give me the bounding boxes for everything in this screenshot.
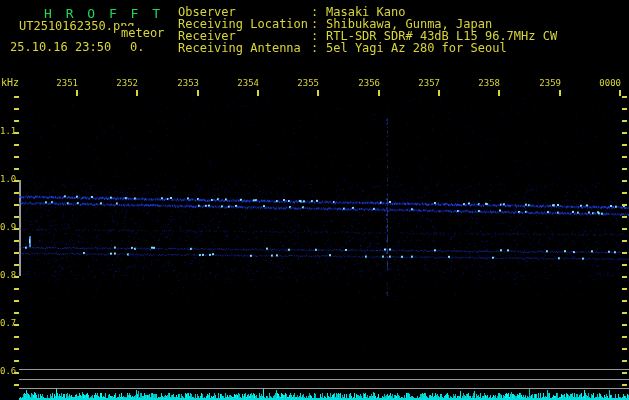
- info-colon: :: [311, 42, 318, 54]
- y-tick-label: 0.9: [0, 222, 13, 233]
- y-tick-label: 1.0: [0, 174, 13, 185]
- y-axis-unit-label: kHz: [1, 77, 19, 88]
- info-value-antenna: 5el Yagi Az 280 for Seoul: [326, 42, 507, 54]
- y-tick-label: 0.6: [0, 366, 13, 377]
- info-label-antenna: Receiving Antenna: [178, 42, 301, 54]
- mode-label: meteor: [121, 26, 164, 40]
- y-tick-label: 0.8: [0, 270, 13, 281]
- x-tick-label: 2353: [175, 78, 199, 89]
- x-tick-label: 2351: [54, 78, 78, 89]
- x-tick-label: 2355: [295, 78, 319, 89]
- output-filename: UT2510162350.png: [19, 19, 135, 33]
- echo-count: 0.: [130, 40, 144, 54]
- hrofft-screen: H R O F F T UT2510162350.png meteor 25.1…: [0, 0, 629, 400]
- x-tick-label: 2359: [537, 78, 561, 89]
- y-tick-label: 1.1: [0, 126, 13, 137]
- x-tick-label: 2357: [416, 78, 440, 89]
- spectrogram-canvas: [0, 0, 629, 400]
- x-tick-label: 2352: [114, 78, 138, 89]
- x-tick-label: 0000: [597, 78, 621, 89]
- x-tick-label: 2354: [235, 78, 259, 89]
- datetime-label: 25.10.16 23:50: [10, 40, 111, 54]
- x-tick-label: 2356: [356, 78, 380, 89]
- y-tick-label: 0.7: [0, 318, 13, 329]
- x-tick-label: 2358: [476, 78, 500, 89]
